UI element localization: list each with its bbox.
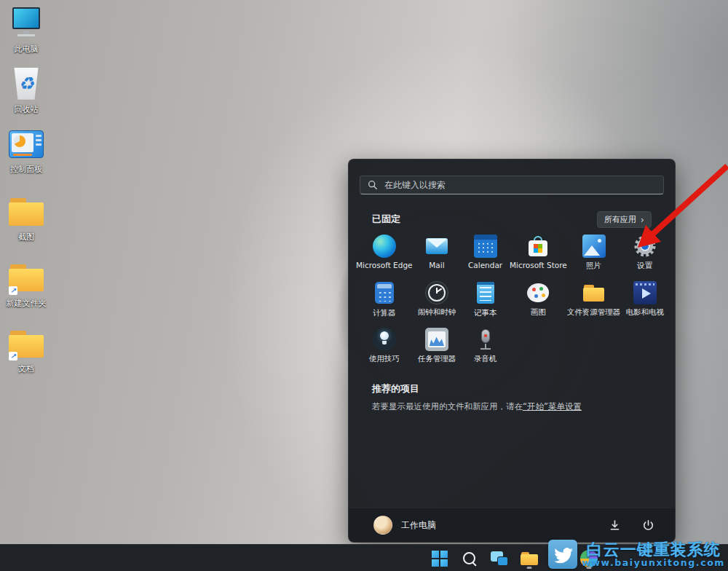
recommended-hint: 若要显示最近使用的文件和新应用，请在“开始”菜单设置 [372,401,582,412]
folder-shortcut-icon: ↗ [7,324,45,362]
taskbar-file-explorer-button[interactable] [518,548,541,570]
file-explorer-icon [582,281,606,304]
power-icon [642,519,654,532]
all-apps-label: 所有应用 [604,214,636,225]
pinned-app-calculator[interactable]: 计算器 [356,279,413,324]
file-explorer-icon [520,549,539,568]
desktop-wallpaper: 此电脑 ♻ 回收站 控制面板 截图 ↗ 新建文件夹 ↗ 文档 [0,0,728,571]
windows-logo-icon [432,551,448,567]
taskbar-search-button[interactable] [458,548,481,570]
clock-icon [425,281,448,304]
paint-icon [526,281,550,304]
settings-gear-icon [633,235,657,258]
watermark-brand: 白云一键重装系统 [587,541,721,558]
pinned-app-calendar[interactable]: Calendar [461,232,510,277]
desktop-icon-folder-1[interactable]: 截图 [3,192,50,243]
desktop-icon-label: 回收站 [3,106,50,115]
task-view-icon [491,551,508,566]
pinned-apps-grid: Microsoft Edge Mail Calendar Microsoft S… [356,232,669,371]
store-icon [526,235,550,258]
pinned-app-microsoft-edge[interactable]: Microsoft Edge [356,232,413,277]
twitter-bird-icon [548,540,577,569]
recommended-title: 推荐的项目 [372,382,419,395]
tips-icon [373,328,396,351]
search-icon [368,180,378,190]
desktop-icon-label: 文档 [3,365,50,374]
calculator-icon [375,282,394,304]
user-name: 工作电脑 [401,519,436,532]
voice-recorder-icon [474,328,497,351]
desktop-icon-label: 截图 [3,233,50,243]
folder-shortcut-icon: ↗ [7,259,45,296]
shortcut-arrow-icon: ↗ [9,352,17,361]
desktop-icon-recycle-bin[interactable]: ♻ 回收站 [3,65,50,115]
pinned-app-paint[interactable]: 画图 [510,279,567,324]
task-view-button[interactable] [488,548,511,570]
download-icon [609,519,621,532]
start-settings-link[interactable]: “开始”菜单设置 [523,401,582,411]
desktop-icon-label: 此电脑 [3,45,50,55]
start-button[interactable] [428,548,451,570]
shortcut-arrow-icon: ↗ [9,286,17,295]
pinned-app-task-manager[interactable]: 任务管理器 [413,326,462,371]
pinned-app-tips[interactable]: 使用技巧 [356,326,413,371]
pinned-app-file-explorer[interactable]: 文件资源管理器 [567,279,621,324]
user-account-button[interactable]: 工作电脑 [373,516,436,535]
chevron-right-icon: › [641,215,644,224]
pinned-app-voice-recorder[interactable]: 录音机 [461,326,510,371]
all-apps-button[interactable]: 所有应用 › [597,211,652,228]
pinned-title: 已固定 [372,213,400,226]
mail-icon [425,235,448,258]
pinned-section-header: 已固定 所有应用 › [372,212,652,227]
notepad-icon [477,282,494,304]
search-input[interactable]: 在此键入以搜索 [360,176,664,194]
start-menu-footer: 工作电脑 [349,508,675,542]
desktop-icon-label: 新建文件夹 [3,299,50,309]
calendar-icon [474,235,497,258]
folder-icon [7,192,45,230]
this-pc-icon [7,4,45,42]
watermark-url: www.baiyunxitong.com [582,558,725,567]
pinned-app-movies-tv[interactable]: 电影和电视 [620,279,669,324]
watermark: 白云一键重装系统 www.baiyunxitong.com [547,538,728,571]
pinned-app-settings[interactable]: 设置 [620,232,669,277]
recycle-bin-icon: ♻ [7,65,45,103]
desktop-icon-list: 此电脑 ♻ 回收站 控制面板 截图 ↗ 新建文件夹 ↗ 文档 [3,4,50,385]
search-placeholder: 在此键入以搜索 [384,179,446,192]
start-menu: 在此键入以搜索 已固定 所有应用 › Microsoft Edge Mail C… [348,159,676,543]
pinned-app-notepad[interactable]: 记事本 [461,279,510,324]
desktop-icon-label: 控制面板 [3,165,50,175]
edge-icon [373,235,396,258]
pinned-app-photos[interactable]: 照片 [567,232,621,277]
power-button[interactable] [640,517,656,533]
desktop-icon-folder-2[interactable]: ↗ 新建文件夹 [3,259,50,309]
running-indicator [527,567,532,569]
pinned-app-mail[interactable]: Mail [413,232,462,277]
movies-tv-icon [633,281,657,304]
desktop-icon-control-panel[interactable]: 控制面板 [3,125,50,175]
download-updates-button[interactable] [606,517,622,533]
desktop-icon-this-pc[interactable]: 此电脑 [3,4,50,55]
photos-icon [582,235,606,258]
avatar [373,516,392,535]
pinned-app-alarms-clock[interactable]: 闹钟和时钟 [413,279,462,324]
task-manager-icon [425,328,448,351]
desktop-icon-folder-3[interactable]: ↗ 文档 [3,324,50,374]
control-panel-icon [7,125,45,162]
pinned-app-microsoft-store[interactable]: Microsoft Store [510,232,567,277]
search-icon [462,551,478,567]
